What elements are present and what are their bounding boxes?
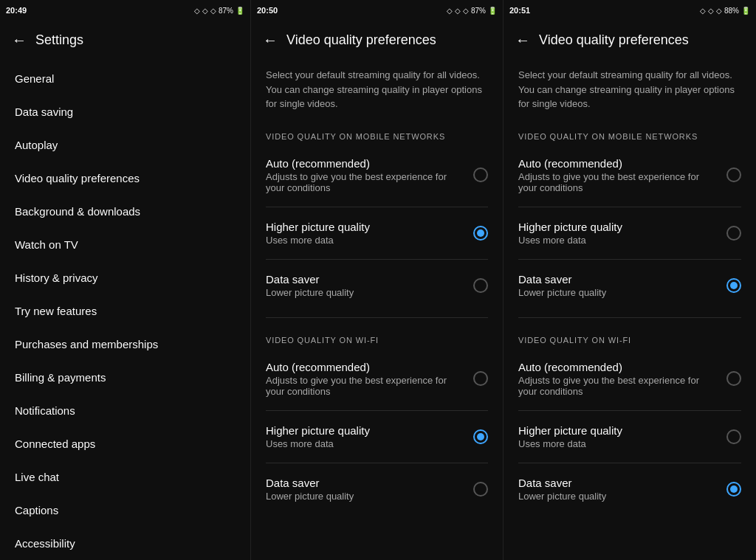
- radio-right-0-1[interactable]: [726, 226, 741, 241]
- section-divider: [518, 317, 741, 318]
- radio-right-0-0[interactable]: [726, 167, 741, 182]
- vq-header-right: ← Video quality preferences: [504, 21, 756, 59]
- vq-content-mid: Select your default streaming quality fo…: [251, 59, 503, 560]
- option-row-mid-1-1[interactable]: Higher picture qualityUses more data: [266, 417, 488, 457]
- settings-title: Settings: [35, 32, 83, 48]
- option-row-right-0-0[interactable]: Auto (recommended)Adjusts to give you th…: [518, 150, 741, 201]
- option-row-right-1-1[interactable]: Higher picture qualityUses more data: [518, 417, 741, 457]
- section-label-right-1: VIDEO QUALITY ON WI-FI: [518, 330, 741, 353]
- time-mid: 20:50: [257, 6, 278, 15]
- back-arrow-right[interactable]: ←: [515, 32, 530, 49]
- option-row-right-1-2[interactable]: Data saverLower picture quality: [518, 469, 741, 509]
- option-title-mid-0-0: Auto (recommended): [266, 157, 464, 170]
- option-title-mid-0-1: Higher picture quality: [266, 221, 464, 233]
- option-row-right-1-0[interactable]: Auto (recommended)Adjusts to give you th…: [518, 353, 741, 404]
- section-label-mid-1: VIDEO QUALITY ON WI-FI: [266, 330, 488, 353]
- option-row-mid-0-0[interactable]: Auto (recommended)Adjusts to give you th…: [266, 150, 488, 201]
- settings-item-13[interactable]: Captions: [0, 494, 250, 527]
- vq-desc-right: Select your default streaming quality fo…: [518, 59, 741, 126]
- option-subtitle-mid-1-1: Uses more data: [266, 438, 464, 449]
- option-subtitle-mid-0-0: Adjusts to give you the best experience …: [266, 171, 464, 193]
- radio-right-0-2[interactable]: [726, 278, 741, 293]
- settings-item-12[interactable]: Live chat: [0, 460, 250, 494]
- time-left: 20:49: [6, 6, 27, 15]
- vq-title-right: Video quality preferences: [539, 32, 689, 48]
- option-subtitle-mid-1-2: Lower picture quality: [266, 491, 464, 502]
- option-row-mid-1-0[interactable]: Auto (recommended)Adjusts to give you th…: [266, 353, 488, 404]
- radio-right-1-2[interactable]: [726, 482, 741, 497]
- settings-item-14[interactable]: Accessibility: [0, 527, 250, 560]
- vq-title-mid: Video quality preferences: [286, 32, 436, 48]
- option-subtitle-right-0-2: Lower picture quality: [518, 287, 718, 298]
- settings-item-11[interactable]: Connected apps: [0, 427, 250, 460]
- back-arrow-left[interactable]: ←: [12, 32, 27, 49]
- divider: [518, 259, 741, 260]
- radio-mid-1-1[interactable]: [473, 429, 488, 444]
- option-title-right-1-1: Higher picture quality: [518, 424, 718, 437]
- settings-item-4[interactable]: Background & downloads: [0, 195, 250, 228]
- option-subtitle-right-0-1: Uses more data: [518, 235, 718, 246]
- vq-panel-mid: 20:50 ◇ ◇ ◇ 87% 🔋 ← Video quality prefer…: [251, 0, 504, 560]
- option-title-mid-1-1: Higher picture quality: [266, 424, 464, 437]
- settings-item-10[interactable]: Notifications: [0, 394, 250, 427]
- option-subtitle-mid-0-2: Lower picture quality: [266, 287, 464, 298]
- vq-panel-right: 20:51 ◇ ◇ ◇ 88% 🔋 ← Video quality prefer…: [504, 0, 756, 560]
- radio-mid-0-0[interactable]: [473, 167, 488, 182]
- settings-list: GeneralData savingAutoplayVideo quality …: [0, 59, 250, 560]
- vq-content-right: Select your default streaming quality fo…: [504, 59, 756, 560]
- divider: [266, 207, 488, 207]
- vq-desc-mid: Select your default streaming quality fo…: [266, 59, 488, 126]
- option-title-right-1-2: Data saver: [518, 477, 718, 489]
- radio-right-1-1[interactable]: [726, 429, 741, 444]
- settings-item-5[interactable]: Watch on TV: [0, 228, 250, 261]
- radio-right-1-0[interactable]: [726, 371, 741, 386]
- option-title-right-0-0: Auto (recommended): [518, 157, 718, 170]
- divider: [518, 410, 741, 411]
- radio-mid-1-0[interactable]: [473, 371, 488, 386]
- option-title-right-0-2: Data saver: [518, 273, 718, 286]
- option-title-right-1-0: Auto (recommended): [518, 361, 718, 373]
- option-title-right-0-1: Higher picture quality: [518, 221, 718, 233]
- divider: [518, 207, 741, 207]
- time-right: 20:51: [509, 6, 530, 15]
- settings-panel: 20:49 ◇ ◇ ◇ 87% 🔋 ← Settings GeneralData…: [0, 0, 251, 560]
- divider: [266, 410, 488, 411]
- option-row-mid-0-2[interactable]: Data saverLower picture quality: [266, 266, 488, 305]
- option-title-mid-1-0: Auto (recommended): [266, 361, 464, 373]
- radio-mid-1-2[interactable]: [473, 482, 488, 497]
- option-subtitle-right-1-1: Uses more data: [518, 438, 718, 449]
- battery-right: ◇ ◇ ◇ 88% 🔋: [700, 7, 750, 15]
- vq-header-mid: ← Video quality preferences: [251, 21, 503, 59]
- option-subtitle-mid-0-1: Uses more data: [266, 235, 464, 246]
- divider: [266, 463, 488, 463]
- battery-mid: ◇ ◇ ◇ 87% 🔋: [447, 7, 497, 15]
- settings-item-1[interactable]: Data saving: [0, 95, 250, 128]
- option-title-mid-1-2: Data saver: [266, 477, 464, 489]
- settings-item-2[interactable]: Autoplay: [0, 128, 250, 162]
- settings-item-7[interactable]: Try new features: [0, 294, 250, 328]
- divider: [518, 463, 741, 463]
- settings-item-0[interactable]: General: [0, 62, 250, 95]
- radio-mid-0-2[interactable]: [473, 278, 488, 293]
- settings-item-8[interactable]: Purchases and memberships: [0, 328, 250, 361]
- settings-item-6[interactable]: History & privacy: [0, 261, 250, 294]
- back-arrow-mid[interactable]: ←: [263, 32, 278, 49]
- radio-mid-0-1[interactable]: [473, 226, 488, 241]
- divider: [266, 259, 488, 260]
- section-divider: [266, 317, 488, 318]
- option-row-right-0-2[interactable]: Data saverLower picture quality: [518, 266, 741, 305]
- status-bar-right: 20:51 ◇ ◇ ◇ 88% 🔋: [504, 0, 756, 21]
- option-row-right-0-1[interactable]: Higher picture qualityUses more data: [518, 213, 741, 253]
- settings-item-9[interactable]: Billing & payments: [0, 361, 250, 394]
- option-title-mid-0-2: Data saver: [266, 273, 464, 286]
- settings-header: ← Settings: [0, 21, 250, 59]
- option-row-mid-0-1[interactable]: Higher picture qualityUses more data: [266, 213, 488, 253]
- option-row-mid-1-2[interactable]: Data saverLower picture quality: [266, 469, 488, 509]
- settings-item-3[interactable]: Video quality preferences: [0, 162, 250, 195]
- option-subtitle-right-1-2: Lower picture quality: [518, 491, 718, 502]
- status-bar-left: 20:49 ◇ ◇ ◇ 87% 🔋: [0, 0, 250, 21]
- battery-left: ◇ ◇ ◇ 87% 🔋: [194, 7, 244, 15]
- section-label-right-0: VIDEO QUALITY ON MOBILE NETWORKS: [518, 126, 741, 150]
- option-subtitle-mid-1-0: Adjusts to give you the best experience …: [266, 375, 464, 397]
- section-label-mid-0: VIDEO QUALITY ON MOBILE NETWORKS: [266, 126, 488, 150]
